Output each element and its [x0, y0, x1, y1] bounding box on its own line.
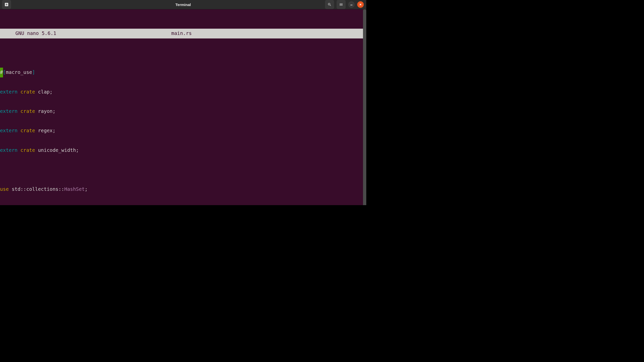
hamburger-icon — [339, 3, 343, 7]
terminal-content: GNU nano 5.6.1 main.rs #[macro_use] exte… — [0, 9, 363, 205]
tok: use — [0, 186, 9, 192]
tok: std::collections:: — [9, 186, 64, 192]
nano-filename: main.rs — [171, 29, 192, 38]
code-line: use std::process; — [0, 204, 363, 205]
tok: crate — [20, 147, 35, 153]
tok: extern — [0, 128, 18, 133]
cursor: # — [0, 68, 3, 77]
tok — [18, 89, 21, 95]
nano-app-name: GNU nano 5.6.1 — [0, 29, 56, 38]
search-icon — [328, 3, 332, 7]
editor-body: #[macro_use] extern crate clap; extern c… — [0, 58, 363, 205]
tok: crate — [20, 108, 35, 114]
code-line — [0, 165, 363, 175]
tok: extern — [0, 147, 18, 153]
window-titlebar: Terminal — [0, 0, 366, 9]
code-line: extern crate clap; — [0, 87, 363, 97]
tok — [18, 108, 21, 114]
code-line: extern crate unicode_width; — [0, 146, 363, 155]
tok: unicode_width; — [35, 147, 79, 153]
code-line: extern crate regex; — [0, 126, 363, 136]
tok: ] — [32, 69, 35, 75]
tok: clap; — [35, 89, 53, 95]
tok: extern — [0, 108, 18, 114]
code-line: use std::collections::HashSet; — [0, 185, 363, 194]
code-line: #[macro_use] — [0, 68, 363, 77]
search-button[interactable] — [325, 0, 334, 9]
tok: regex; — [35, 128, 55, 133]
minimize-icon — [350, 3, 353, 6]
close-icon — [359, 3, 362, 6]
tok: HashSet — [64, 186, 85, 192]
titlebar-right — [325, 0, 366, 9]
scrollbar[interactable] — [363, 9, 366, 205]
tok: extern — [0, 89, 18, 95]
close-button[interactable] — [357, 1, 364, 8]
code-line: extern crate rayon; — [0, 107, 363, 116]
tok: [ — [3, 69, 6, 75]
nano-header: GNU nano 5.6.1 main.rs — [0, 29, 363, 38]
tok — [18, 147, 21, 153]
terminal-area[interactable]: GNU nano 5.6.1 main.rs #[macro_use] exte… — [0, 9, 366, 205]
titlebar-left — [0, 0, 11, 9]
new-tab-button[interactable] — [2, 0, 11, 9]
scrollbar-thumb[interactable] — [363, 9, 366, 205]
menu-button[interactable] — [337, 0, 346, 9]
new-tab-icon — [4, 2, 9, 7]
window-title: Terminal — [175, 3, 191, 7]
minimize-button[interactable] — [348, 1, 355, 8]
tok — [18, 128, 21, 133]
tok: macro_use — [6, 69, 32, 75]
tok: crate — [20, 89, 35, 95]
terminal-window: Terminal GNU nano 5.6.1 main.rs #[macro_… — [0, 0, 366, 205]
tok: crate — [20, 128, 35, 133]
tok: rayon; — [35, 108, 55, 114]
tok: ; — [85, 186, 88, 192]
